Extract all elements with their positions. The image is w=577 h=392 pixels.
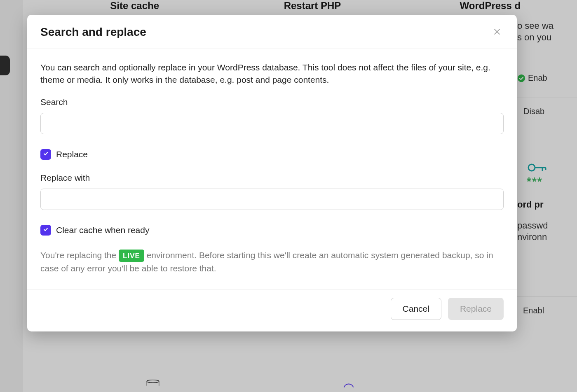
environment-note: You're replacing the LIVE environment. B… [40, 249, 504, 275]
replace-with-input[interactable] [40, 189, 504, 210]
check-icon [43, 226, 49, 234]
modal-body: You can search and optionally replace in… [27, 49, 517, 289]
note-prefix: You're replacing the [40, 250, 119, 260]
cancel-button[interactable]: Cancel [391, 298, 441, 320]
check-icon [43, 151, 49, 158]
replace-button[interactable]: Replace [448, 298, 504, 320]
replace-checkbox-row: Replace [40, 149, 504, 160]
search-replace-modal: Search and replace You can search and op… [27, 15, 517, 331]
search-label: Search [40, 97, 504, 107]
replace-checkbox-label: Replace [56, 149, 88, 159]
close-icon [493, 28, 501, 37]
replace-checkbox[interactable] [40, 149, 51, 160]
modal-intro-text: You can search and optionally replace in… [40, 61, 504, 86]
search-input[interactable] [40, 113, 504, 134]
clear-cache-checkbox-label: Clear cache when ready [56, 225, 149, 235]
clear-cache-checkbox-row: Clear cache when ready [40, 225, 504, 236]
close-button[interactable] [490, 26, 504, 39]
modal-title: Search and replace [40, 26, 146, 39]
replace-with-label: Replace with [40, 173, 504, 183]
live-badge: LIVE [119, 250, 144, 262]
modal-footer: Cancel Replace [27, 289, 517, 331]
modal-header: Search and replace [27, 15, 517, 49]
clear-cache-checkbox[interactable] [40, 225, 51, 236]
